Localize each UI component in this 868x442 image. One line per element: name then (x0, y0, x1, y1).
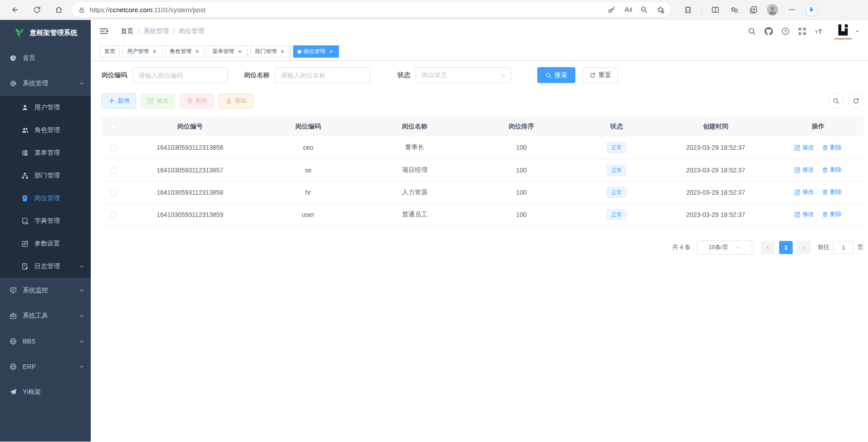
row-checkbox[interactable] (110, 145, 117, 151)
sidebar-item-system-tools[interactable]: 系统工具 (0, 303, 91, 329)
sidebar-item-post-management[interactable]: 岗位管理 (0, 187, 91, 210)
tab-菜单管理[interactable]: 菜单管理× (208, 45, 248, 58)
plus-icon (108, 98, 115, 104)
next-page-button[interactable] (797, 241, 811, 254)
row-delete-button[interactable]: 删除 (822, 166, 842, 174)
reload-icon[interactable] (32, 5, 42, 15)
active-tab-dot (298, 50, 301, 54)
help-icon[interactable]: ? (779, 25, 791, 38)
sidebar-item-user-management[interactable]: 用户管理 (0, 96, 91, 119)
tab-用户管理[interactable]: 用户管理× (123, 45, 162, 58)
plane-icon (9, 388, 17, 396)
page-size-select[interactable]: 10条/页 (697, 241, 752, 255)
sidebar-item-param-settings[interactable]: 参数设置 (0, 232, 91, 255)
tab-首页[interactable]: 首页 (100, 45, 120, 58)
post-name-input[interactable] (275, 67, 370, 83)
page-number-button[interactable]: 1 (779, 241, 793, 254)
sidebar-item-label: 部门管理 (34, 172, 60, 180)
user-icon (21, 104, 29, 112)
close-tab-icon[interactable]: × (328, 48, 334, 55)
site-security-icon[interactable] (78, 6, 85, 14)
sidebar-item-role-management[interactable]: 角色管理 (0, 119, 91, 142)
edit-button[interactable]: 修改 (141, 93, 175, 108)
sidebar-item-menu-management[interactable]: 菜单管理 (0, 142, 91, 164)
row-edit-button[interactable]: 修改 (794, 210, 814, 218)
sidebar-item-bbs[interactable]: BBS (0, 329, 91, 354)
extensions-icon[interactable] (682, 4, 694, 16)
favorites-icon[interactable] (728, 4, 740, 16)
password-key-icon[interactable] (604, 4, 618, 16)
tab-岗位管理[interactable]: 岗位管理× (293, 45, 339, 58)
url-text[interactable]: https://ccnetcore.com:1101/system/post (90, 6, 604, 14)
sidebar-item-dict-management[interactable]: 字典管理 (0, 210, 91, 232)
font-size-icon[interactable]: TT (813, 25, 825, 38)
row-edit-button[interactable]: 修改 (794, 188, 814, 196)
search-form: 岗位编码 岗位名称 状态 岗位状态 搜索 (102, 67, 863, 83)
trash-icon (822, 189, 828, 195)
add-favorite-icon[interactable] (653, 4, 667, 16)
toggle-search-button[interactable] (828, 93, 843, 108)
address-bar[interactable]: https://ccnetcore.com:1101/system/post (72, 2, 671, 17)
status-select[interactable]: 岗位状态 (416, 67, 511, 83)
table-row: 1641030593112313857se项目经理100正常2023-03-29… (102, 159, 863, 181)
cell-post-name: 普通员工 (361, 203, 468, 226)
bing-chat-icon[interactable] (805, 3, 819, 17)
breadcrumb-separator: / (173, 28, 175, 35)
tab-label: 菜单管理 (212, 48, 234, 55)
breadcrumb-item[interactable]: 首页 (121, 27, 133, 35)
sidebar-fold-icon[interactable] (99, 26, 109, 36)
sidebar-item-log-management[interactable]: 日志管理 (0, 255, 91, 278)
sidebar-item-dept-management[interactable]: 部门管理 (0, 164, 91, 187)
log-icon (21, 263, 29, 270)
read-aloud-icon[interactable] (621, 4, 634, 16)
collections-icon[interactable] (747, 4, 759, 16)
tab-角色管理[interactable]: 角色管理× (165, 45, 205, 58)
close-tab-icon[interactable]: × (151, 48, 158, 55)
post-code-input[interactable] (132, 67, 228, 83)
sidebar-item-home[interactable]: 首页 (0, 45, 91, 71)
user-avatar-menu[interactable] (835, 22, 860, 40)
header-search-icon[interactable] (745, 25, 758, 38)
home-icon[interactable] (54, 5, 64, 15)
sidebar-item-yi-framework[interactable]: Yi框架 (0, 379, 91, 405)
sidebar-item-erp[interactable]: ERP (0, 354, 91, 379)
close-tab-icon[interactable]: × (194, 48, 201, 55)
svg-text:T: T (818, 28, 822, 35)
github-icon[interactable] (762, 25, 775, 38)
column-header: 创建时间 (658, 117, 773, 137)
sidebar-item-system-management[interactable]: 系统管理 (0, 71, 91, 96)
goto-page-input[interactable] (833, 241, 854, 254)
split-screen-icon[interactable] (709, 4, 721, 16)
download-icon (226, 98, 232, 104)
row-checkbox[interactable] (110, 167, 117, 174)
app-logo[interactable]: 意框架管理系统 (0, 20, 91, 45)
status-select-placeholder: 岗位状态 (422, 71, 447, 79)
fullscreen-icon[interactable] (796, 25, 808, 38)
row-delete-button[interactable]: 删除 (822, 188, 842, 196)
refresh-table-button[interactable] (848, 93, 863, 108)
row-edit-button[interactable]: 修改 (794, 166, 814, 174)
browser-profile-avatar[interactable] (766, 4, 779, 16)
reset-button[interactable]: 重置 (583, 67, 618, 83)
add-button[interactable]: 新增 (102, 93, 136, 108)
row-delete-button[interactable]: 删除 (822, 210, 842, 218)
close-tab-icon[interactable]: × (279, 48, 286, 55)
prev-page-button[interactable] (761, 241, 775, 254)
sidebar-item-system-monitor[interactable]: 系统监控 (0, 278, 91, 303)
back-icon[interactable] (10, 5, 20, 15)
row-edit-button[interactable]: 修改 (794, 143, 814, 152)
zoom-out-icon[interactable] (637, 4, 651, 16)
row-checkbox[interactable] (110, 212, 117, 218)
select-all-checkbox[interactable] (110, 124, 117, 130)
cell-actions: 修改删除 (773, 159, 863, 181)
search-button[interactable]: 搜索 (537, 67, 575, 83)
row-delete-button[interactable]: 删除 (822, 143, 842, 152)
tab-部门管理[interactable]: 部门管理× (250, 45, 290, 58)
cell-post-code: hr (255, 181, 361, 203)
close-tab-icon[interactable]: × (236, 48, 243, 55)
delete-button[interactable]: 删除 (180, 93, 214, 108)
row-checkbox[interactable] (110, 190, 117, 196)
browser-menu-icon[interactable] (786, 4, 798, 16)
export-button[interactable]: 导出 (219, 93, 253, 108)
sidebar-item-label: 系统监控 (23, 286, 48, 295)
